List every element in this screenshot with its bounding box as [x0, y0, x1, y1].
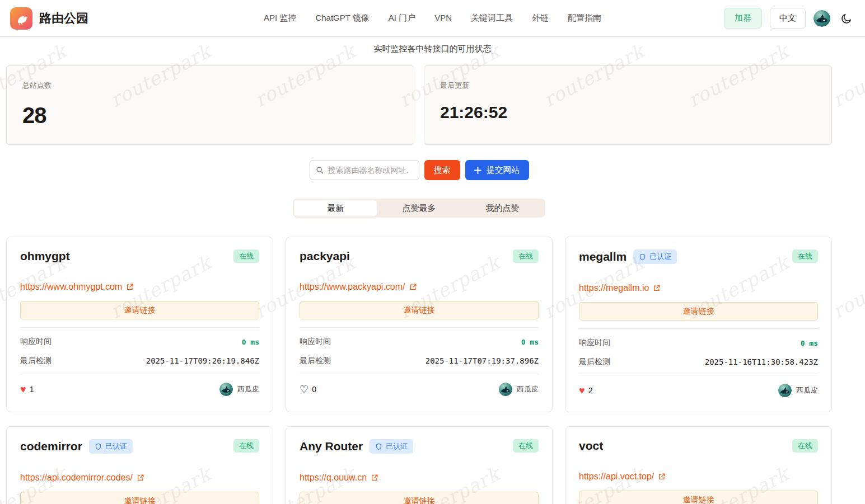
owner-name: 西瓜皮 — [237, 384, 259, 394]
tabs-section: 最新 点赞最多 我的点赞 — [6, 199, 832, 218]
status-badge: 在线 — [792, 249, 818, 263]
site-url: https://megallm.io — [579, 283, 649, 293]
last-check-label: 最后检测 — [579, 357, 610, 367]
site-url: https://q.ouuw.cn — [300, 473, 367, 483]
shield-icon — [95, 443, 102, 450]
site-card-packyapi: packyapi 在线 https://www.packyapi.com/ 邀请… — [286, 237, 553, 412]
site-url: https://www.packyapi.com/ — [300, 282, 405, 292]
owner: 西瓜皮 — [219, 383, 259, 396]
divider — [579, 375, 818, 375]
invite-link-button[interactable]: 邀请链接 — [300, 492, 539, 504]
nav-vpn[interactable]: VPN — [434, 13, 452, 23]
dark-mode-toggle[interactable] — [838, 10, 855, 27]
external-link-icon — [409, 283, 417, 291]
tab-most-liked[interactable]: 点赞最多 — [377, 200, 461, 216]
verified-badge: 已认证 — [89, 439, 133, 454]
search-input[interactable] — [328, 166, 413, 175]
tab-latest[interactable]: 最新 — [294, 200, 377, 216]
stat-card-last-update: 最后更新 21:26:52 — [424, 65, 832, 145]
site-url-link[interactable]: https://www.packyapi.com/ — [300, 282, 417, 292]
external-link-icon — [371, 474, 378, 482]
nav-chatgpt-mirror[interactable]: ChatGPT 镜像 — [315, 13, 369, 23]
owner-avatar — [499, 383, 512, 396]
verified-label: 已认证 — [386, 441, 408, 451]
watermark-text: routerpark — [829, 463, 865, 504]
like-button[interactable]: ♥ 1 — [20, 384, 34, 394]
tab-my-likes[interactable]: 我的点赞 — [461, 200, 544, 216]
site-url: https://api.voct.top/ — [579, 472, 654, 482]
owner-avatar — [778, 384, 792, 397]
brand[interactable]: 路由公园 — [10, 7, 88, 30]
owner-name: 西瓜皮 — [517, 384, 539, 394]
site-card-codemirror: codemirror 已认证 在线 https://api.codemirror… — [6, 426, 273, 504]
site-cards-grid: ohmygpt 在线 https://www.ohmygpt.com 邀请链接 … — [6, 237, 832, 504]
site-url-link[interactable]: https://api.codemirror.codes/ — [20, 473, 144, 483]
response-time-value: 0 ms — [242, 338, 259, 346]
site-name: voct — [579, 439, 603, 453]
nav-api-monitor[interactable]: API 监控 — [264, 13, 296, 23]
invite-link-button[interactable]: 邀请链接 — [579, 302, 818, 321]
join-group-button[interactable]: 加群 — [724, 8, 762, 29]
site-url-link[interactable]: https://megallm.io — [579, 283, 661, 293]
status-badge: 在线 — [233, 249, 259, 263]
response-time-value: 0 ms — [521, 338, 539, 346]
nav-config-guide[interactable]: 配置指南 — [568, 13, 601, 23]
search-button[interactable]: 搜索 — [424, 160, 460, 180]
status-badge: 在线 — [792, 439, 818, 453]
divider — [20, 327, 259, 328]
verified-badge: 已认证 — [370, 439, 413, 454]
status-badge: 在线 — [233, 439, 259, 453]
header: 路由公园 API 监控 ChatGPT 镜像 AI 门户 VPN 关键词工具 外… — [0, 0, 865, 37]
nav-backlinks[interactable]: 外链 — [532, 13, 549, 23]
like-button[interactable]: ♥ 2 — [579, 385, 592, 395]
site-name: codemirror — [20, 440, 82, 453]
last-check-value: 2025-11-17T09:26:19.846Z — [146, 356, 259, 365]
site-url: https://api.codemirror.codes/ — [20, 473, 133, 483]
divider — [579, 328, 818, 329]
response-time-label: 响应时间 — [579, 338, 610, 348]
external-link-icon — [137, 474, 144, 482]
invite-link-button[interactable]: 邀请链接 — [579, 491, 818, 504]
shield-icon — [639, 253, 646, 261]
last-check-label: 最后检测 — [20, 356, 52, 366]
stat-value-last-update: 21:26:52 — [440, 103, 816, 122]
external-link-icon — [126, 283, 134, 291]
nav-ai-portal[interactable]: AI 门户 — [389, 13, 415, 23]
plus-icon — [474, 167, 481, 174]
search-row: 搜索 提交网站 — [6, 160, 832, 180]
stat-value-total-sites: 28 — [22, 103, 398, 128]
search-icon — [316, 166, 324, 175]
nav-keyword-tools[interactable]: 关键词工具 — [471, 13, 513, 23]
site-name: megallm — [579, 250, 626, 263]
user-avatar[interactable] — [813, 10, 830, 27]
status-badge: 在线 — [513, 249, 539, 263]
invite-link-button[interactable]: 邀请链接 — [300, 301, 539, 319]
verified-label: 已认证 — [649, 252, 671, 262]
divider — [20, 374, 259, 374]
owner-name: 西瓜皮 — [796, 385, 818, 395]
site-url: https://www.ohmygpt.com — [20, 282, 122, 292]
header-actions: 加群 中文 — [724, 8, 855, 29]
app-logo-icon — [10, 7, 32, 30]
like-count: 0 — [312, 385, 316, 394]
site-name: Any Router — [300, 440, 363, 453]
site-url-link[interactable]: https://api.voct.top/ — [579, 472, 666, 482]
response-time-value: 0 ms — [801, 339, 818, 347]
stats-section: 总站点数 28 最后更新 21:26:52 — [6, 65, 832, 145]
submit-site-button[interactable]: 提交网站 — [465, 160, 529, 180]
invite-link-button[interactable]: 邀请链接 — [20, 492, 259, 504]
site-url-link[interactable]: https://www.ohmygpt.com — [20, 282, 134, 292]
heart-icon: ♥ — [20, 384, 26, 394]
external-link-icon — [653, 284, 661, 292]
moon-icon — [842, 14, 850, 22]
heart-icon: ♥ — [579, 385, 585, 395]
site-url-link[interactable]: https://q.ouuw.cn — [300, 473, 378, 483]
response-time-label: 响应时间 — [300, 337, 331, 347]
site-card-voct: voct 在线 https://api.voct.top/ 邀请链接 — [565, 426, 832, 504]
like-count: 1 — [30, 385, 34, 394]
site-name: packyapi — [300, 249, 350, 263]
site-card-megallm: megallm 已认证 在线 https://megallm.io 邀请链接 — [565, 237, 832, 412]
language-button[interactable]: 中文 — [770, 8, 806, 29]
invite-link-button[interactable]: 邀请链接 — [20, 301, 259, 319]
like-button[interactable]: ♡ 0 — [300, 384, 316, 394]
